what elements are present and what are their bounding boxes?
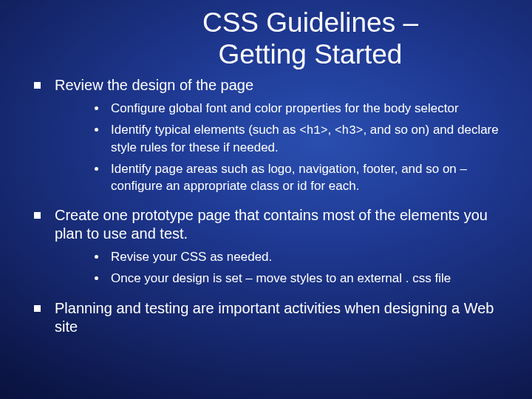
bullet-3-text: Planning and testing are important activ… bbox=[55, 300, 494, 335]
bullet-2-2: Once your design is set – move styles to… bbox=[92, 270, 502, 287]
code-h1: <h1> bbox=[299, 124, 327, 137]
bullet-2-1: Revise your CSS as needed. bbox=[92, 249, 502, 266]
bullet-list: Review the design of the page Configure … bbox=[30, 76, 502, 336]
title-line-1: CSS Guidelines – bbox=[202, 7, 418, 38]
bullet-1: Review the design of the page Configure … bbox=[30, 76, 502, 194]
bullet-1-1: Configure global font and color properti… bbox=[92, 100, 502, 117]
bullet-1-2: Identify typical elements (such as <h1>,… bbox=[92, 122, 502, 157]
slide: CSS Guidelines – Getting Started Review … bbox=[0, 0, 532, 399]
bullet-1-sublist: Configure global font and color properti… bbox=[92, 100, 502, 194]
bullet-1-2-prefix: Identify typical elements (such as bbox=[111, 123, 299, 137]
bullet-2-sublist: Revise your CSS as needed. Once your des… bbox=[92, 249, 502, 287]
bullet-1-2-mid: , bbox=[328, 123, 335, 137]
bullet-1-3: Identify page areas such as logo, naviga… bbox=[92, 161, 502, 195]
bullet-1-text: Review the design of the page bbox=[55, 77, 253, 93]
title-line-2: Getting Started bbox=[219, 39, 403, 69]
bullet-2-text: Create one prototype page that contains … bbox=[55, 207, 488, 242]
bullet-2: Create one prototype page that contains … bbox=[30, 206, 502, 287]
bullet-3: Planning and testing are important activ… bbox=[30, 299, 502, 336]
code-h3: <h3> bbox=[335, 124, 363, 137]
slide-title: CSS Guidelines – Getting Started bbox=[30, 7, 502, 70]
